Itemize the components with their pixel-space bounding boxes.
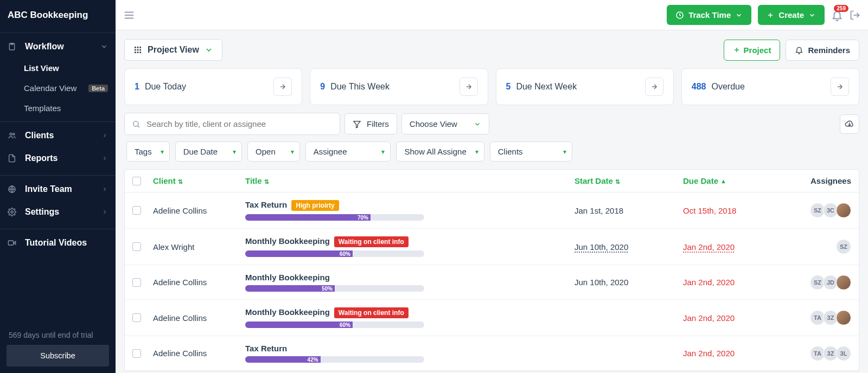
progress-bar: 50% — [245, 285, 424, 292]
due-date: Jan 2nd, 2020 — [683, 313, 786, 323]
main-content: Project View Project Reminders 1 Due Tod… — [116, 0, 868, 373]
stat-due-next-week[interactable]: 5 Due Next Week — [496, 68, 674, 105]
th-client[interactable]: Client — [153, 176, 245, 185]
avatar[interactable] — [836, 203, 851, 218]
chevron-down-icon — [808, 11, 816, 19]
th-start-date[interactable]: Start Date — [575, 176, 683, 185]
select-all-checkbox[interactable] — [132, 177, 141, 185]
svg-rect-20 — [135, 52, 136, 53]
table-row[interactable]: Adeline Collins Monthly BookkeepingWaiti… — [125, 300, 859, 336]
chip-show-all-assignees[interactable]: Show All Assigne — [396, 142, 484, 162]
client-name: Adeline Collins — [153, 349, 245, 358]
avatar[interactable] — [836, 310, 851, 325]
th-title[interactable]: Title — [245, 176, 575, 185]
nav-reports[interactable]: Reports — [0, 147, 116, 170]
table-row[interactable]: Alex Wright Monthly BookkeepingWaiting o… — [125, 229, 859, 265]
nav-tutorial-videos[interactable]: Tutorial Videos — [0, 231, 116, 254]
logout-icon[interactable] — [850, 10, 860, 21]
choose-view-button[interactable]: Choose View — [401, 113, 489, 134]
client-name: Adeline Collins — [153, 313, 245, 323]
notifications-count: 259 — [834, 5, 848, 12]
nav-invite-team[interactable]: Invite Team — [0, 178, 116, 201]
stat-due-today[interactable]: 1 Due Today — [124, 68, 302, 105]
project-view-selector[interactable]: Project View — [124, 39, 222, 61]
chevron-down-icon — [474, 120, 481, 128]
file-icon — [8, 154, 20, 163]
row-checkbox[interactable] — [132, 349, 141, 358]
svg-point-4 — [11, 211, 13, 213]
svg-rect-21 — [137, 52, 139, 53]
svg-rect-15 — [137, 47, 139, 48]
nav-workflow-label: Workflow — [25, 42, 64, 52]
nav-calendar-view[interactable]: Calendar View Beta — [0, 78, 116, 98]
chip-tags[interactable]: Tags — [126, 142, 170, 162]
reminders-button[interactable]: Reminders — [786, 40, 859, 61]
beta-badge: Beta — [88, 85, 108, 92]
subscribe-button[interactable]: Subscribe — [7, 345, 109, 366]
progress-bar: 70% — [245, 214, 424, 221]
th-due-date[interactable]: Due Date▲ — [683, 176, 786, 185]
table-row[interactable]: Adeline Collins Monthly Bookkeeping 50% … — [125, 265, 859, 300]
assignees-list: SZJD — [786, 275, 851, 290]
cloud-download-button[interactable] — [840, 114, 859, 134]
due-date: Jan 2nd, 2020 — [683, 349, 786, 358]
svg-rect-16 — [139, 47, 141, 48]
bell-icon — [795, 46, 803, 54]
nav-clients[interactable]: Clients — [0, 124, 116, 147]
chevron-right-icon — [101, 132, 108, 139]
client-name: Alex Wright — [153, 242, 245, 252]
avatar[interactable]: SZ — [836, 239, 851, 254]
search-icon — [132, 120, 141, 128]
table-row[interactable]: Adeline Collins Tax ReturnHigh prioirty … — [125, 192, 859, 229]
video-icon — [8, 239, 20, 247]
stat-overdue[interactable]: 488 Overdue — [681, 68, 859, 105]
row-checkbox[interactable] — [132, 278, 141, 287]
chevron-right-icon — [101, 186, 108, 192]
arrow-right-icon — [645, 78, 663, 96]
row-checkbox[interactable] — [132, 242, 141, 251]
svg-rect-22 — [139, 52, 141, 53]
progress-bar: 60% — [245, 250, 424, 257]
table-row[interactable]: Adeline Collins Tax Return 42% Jan 2nd, … — [125, 336, 859, 371]
chevron-down-icon — [735, 11, 743, 19]
projects-table: Client Title Start Date Due Date▲ Assign… — [124, 169, 859, 371]
nav-templates[interactable]: Templates — [0, 98, 116, 118]
svg-rect-14 — [135, 47, 136, 48]
grid-icon — [133, 46, 142, 54]
progress-fill: 50% — [245, 285, 335, 292]
svg-rect-17 — [135, 49, 136, 51]
chevron-down-icon — [205, 46, 213, 54]
row-checkbox[interactable] — [132, 206, 141, 215]
hamburger-icon[interactable] — [123, 9, 135, 21]
filters-button[interactable]: Filters — [344, 113, 397, 134]
notifications-button[interactable]: 259 — [831, 9, 843, 21]
assignees-list: TA3Z3L — [786, 346, 851, 361]
chip-assignee[interactable]: Assignee — [305, 142, 391, 162]
due-date: Jan 2nd, 2020 — [683, 278, 786, 287]
task-title: Tax Return — [245, 200, 287, 209]
trial-days-text: 569 days until end of trial — [7, 331, 109, 339]
chevron-down-icon — [100, 43, 108, 50]
search-input[interactable] — [124, 113, 340, 135]
stat-due-this-week[interactable]: 9 Due This Week — [310, 68, 488, 105]
globe-icon — [8, 185, 20, 194]
create-button[interactable]: Create — [758, 5, 825, 25]
nav-list-view[interactable]: List View — [0, 58, 116, 78]
search-box — [124, 113, 340, 135]
add-project-button[interactable]: Project — [724, 40, 781, 61]
row-checkbox[interactable] — [132, 313, 141, 322]
chip-open[interactable]: Open — [247, 142, 300, 162]
plus-icon — [767, 11, 774, 19]
due-date: Oct 15th, 2018 — [683, 206, 786, 215]
avatar[interactable] — [836, 275, 851, 290]
chip-clients[interactable]: Clients — [490, 142, 572, 162]
nav-settings[interactable]: Settings — [0, 201, 116, 223]
topbar: Track Time Create 259 — [116, 0, 868, 30]
plus-icon — [733, 46, 741, 54]
nav-workflow[interactable]: Workflow — [0, 35, 116, 58]
chip-due-date[interactable]: Due Date — [175, 142, 242, 162]
status-badge: Waiting on client info — [334, 236, 409, 247]
start-date: Jun 10th, 2020 — [575, 278, 683, 287]
avatar[interactable]: 3L — [836, 346, 851, 361]
track-time-button[interactable]: Track Time — [667, 5, 751, 25]
